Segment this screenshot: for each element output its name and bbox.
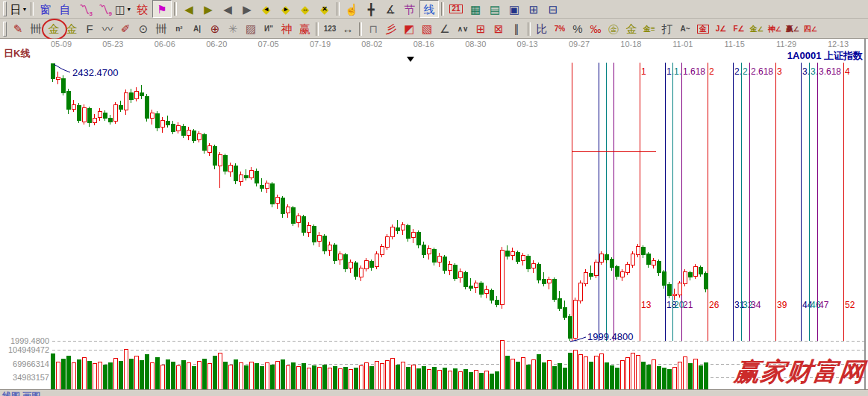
candle-body[interactable] [531,264,535,268]
candle-body[interactable] [537,264,540,280]
candle-body[interactable] [578,283,582,301]
candle-body[interactable] [239,175,243,182]
candle-body[interactable] [704,273,708,289]
save-button[interactable]: ▣ [505,0,524,18]
candle-body[interactable] [605,255,608,260]
candle-body[interactable] [66,91,70,109]
gann-fan-button[interactable]: 彡 [382,20,400,38]
kline-chart[interactable]: 05-0905-2306-0606-2007-0507-1908-0208-16… [0,39,868,389]
candle-body[interactable] [369,261,373,268]
candle-body[interactable] [672,294,676,296]
candle-body[interactable] [610,260,613,268]
zoom-horizontal-button[interactable]: ◆↔ [296,0,315,18]
candle-body[interactable] [281,198,284,213]
candle-body[interactable] [228,166,232,172]
candle-body[interactable] [437,256,441,262]
candle-body[interactable] [568,316,572,338]
candle-body[interactable] [77,105,81,120]
gold-level-button[interactable]: 金 [622,20,640,38]
candle-body[interactable] [652,260,655,265]
candle-body[interactable] [641,248,645,255]
kline-style-selector-button[interactable]: ◫▼ [113,0,133,18]
candle-body[interactable] [646,254,650,265]
candle-body[interactable] [218,154,222,166]
shen-tool-button[interactable]: 神 [278,20,296,38]
candle-body[interactable] [171,125,175,132]
candle-body[interactable] [255,172,258,183]
ruler-123-button[interactable]: 123 [321,20,339,38]
candle-body[interactable] [693,267,697,277]
percent-button[interactable]: % [569,20,587,38]
candle-body[interactable] [563,307,566,317]
export-button[interactable]: ⊞ [524,0,543,18]
gold-section-2-button[interactable]: 金 [63,20,81,38]
gold-box-button[interactable]: 金 [694,20,712,38]
candle-body[interactable] [291,208,295,223]
candle-body[interactable] [119,105,122,109]
candle-body[interactable] [615,267,619,277]
candle-body[interactable] [328,245,331,251]
candle-body[interactable] [150,113,154,118]
mini-chart-9-button[interactable]: 〽9 [94,0,113,18]
candle-body[interactable] [620,272,624,277]
info-panel-button[interactable]: 自 [55,0,75,18]
candle-body[interactable] [625,264,629,272]
candle-body[interactable] [631,254,634,265]
candle-body[interactable] [380,247,384,255]
candle-body[interactable] [296,216,300,223]
angle-four-button[interactable]: 四∠ [802,20,819,38]
candle-body[interactable] [140,92,143,95]
fan-box-1-button[interactable]: ◩ [400,20,418,38]
candle-body[interactable] [479,283,483,294]
calculator-button[interactable]: ▦ [466,0,485,18]
candle-body[interactable] [338,254,342,260]
calendar-button[interactable]: 21 [446,0,466,18]
candle-body[interactable] [51,64,54,79]
candle-body[interactable] [401,225,405,230]
chart-area[interactable]: 05-0905-2306-0606-2007-0507-1908-0208-16… [0,39,868,389]
candle-body[interactable] [594,262,598,276]
candle-body[interactable] [547,279,551,283]
compare-stock-button[interactable]: 较 [133,0,152,18]
box-grid-button[interactable]: ▨ [242,20,260,38]
candle-body[interactable] [385,236,389,247]
candle-body[interactable] [416,233,420,245]
candle-body[interactable] [511,251,514,255]
candle-body[interactable] [359,268,363,277]
angle-j-button[interactable]: J∠ [712,20,730,38]
candle-body[interactable] [260,185,263,188]
candle-body[interactable] [223,155,227,171]
angle-measure-button[interactable]: ∡ [381,0,400,18]
candle-body[interactable] [474,283,478,288]
candle-body[interactable] [176,125,180,131]
grid-arrow-button[interactable]: ⊠ [490,20,508,38]
last-page-button[interactable]: ▶ [199,0,218,18]
candle-body[interactable] [145,96,149,119]
gold-circle-button[interactable]: ㊎ [605,20,622,38]
candle-body[interactable] [396,227,399,230]
candle-body[interactable] [422,245,425,255]
candle-body[interactable] [427,248,431,254]
candle-body[interactable] [72,104,75,109]
parallel-lines-button[interactable]: ∥ [508,20,525,38]
candle-body[interactable] [589,273,593,276]
candle-body[interactable] [322,236,326,251]
notes-button[interactable]: ▤ [485,0,505,18]
candle-body[interactable] [699,268,702,274]
star-grid-button[interactable]: ✳ [224,20,242,38]
candle-body[interactable] [312,226,316,242]
text-label-button[interactable]: A| [188,20,206,38]
candle-body[interactable] [82,108,86,122]
candle-body[interactable] [317,235,321,242]
candle-body[interactable] [678,283,681,295]
ying-tool-button[interactable]: 赢 [296,20,313,38]
square-n2-button[interactable]: n² [170,20,188,38]
fibonacci-f-button[interactable]: F [81,20,99,38]
time-cycle-clock-button[interactable]: ⊙ [134,20,152,38]
first-page-button[interactable]: ◀ [179,0,199,18]
next-page-button[interactable]: ▶ [237,0,257,18]
candle-body[interactable] [683,272,687,284]
frame-tool-button[interactable]: ⊓ [364,20,382,38]
candle-body[interactable] [657,261,661,272]
candle-body[interactable] [202,134,206,150]
